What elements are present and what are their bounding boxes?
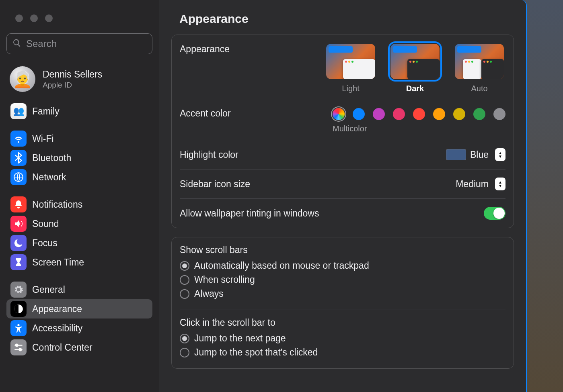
- highlight-label: Highlight color: [180, 149, 238, 160]
- tinting-toggle[interactable]: [484, 207, 505, 220]
- highlight-color-select[interactable]: Blue: [446, 148, 505, 161]
- accent-label: Accent color: [180, 108, 231, 119]
- accent-orange[interactable]: [433, 108, 445, 120]
- radio-label: Always: [194, 288, 224, 299]
- scrollbar-click-block: Click in the scroll bar to Jump to the n…: [180, 310, 505, 368]
- main-content: Appearance Appearance Light: [159, 0, 526, 392]
- window-controls: [6, 0, 152, 33]
- accent-pink[interactable]: [393, 108, 405, 120]
- sidebar: 🧑‍🦳 Dennis Sellers Apple ID 👥 Family Wi-…: [0, 0, 159, 392]
- sidebar-item-controlcenter[interactable]: Control Center: [6, 338, 152, 357]
- show-scrollbars-block: Show scroll bars Automatically based on …: [180, 237, 505, 310]
- accent-swatches: [333, 108, 505, 120]
- sidebar-item-label: Screen Time: [32, 257, 84, 268]
- accent-multicolor[interactable]: [333, 108, 345, 120]
- appearance-label: Appearance: [180, 44, 230, 55]
- page-title: Appearance: [171, 11, 514, 35]
- sidebar-item-family[interactable]: 👥 Family: [6, 102, 152, 121]
- svg-point-3: [16, 344, 18, 347]
- theme-thumb-light: [326, 44, 375, 79]
- search-input[interactable]: [25, 38, 147, 50]
- sidebar-item-label: Focus: [32, 238, 58, 249]
- highlight-value: Blue: [470, 149, 489, 160]
- search-field[interactable]: [6, 33, 152, 54]
- sidebar-item-accessibility[interactable]: Accessibility: [6, 318, 152, 338]
- accent-color-row: Accent color Multicolor: [180, 99, 505, 140]
- scrollbars-label: Show scroll bars: [180, 245, 505, 255]
- chevron-updown-icon: [495, 148, 505, 161]
- notifications-icon: [10, 196, 27, 212]
- theme-option-light[interactable]: Light: [325, 44, 377, 93]
- avatar: 🧑‍🦳: [10, 66, 35, 92]
- minimize-button[interactable]: [30, 14, 38, 22]
- theme-thumb-dark: [390, 44, 440, 79]
- theme-thumb-auto: [455, 44, 504, 79]
- zoom-button[interactable]: [45, 14, 53, 22]
- svg-point-4: [19, 349, 22, 351]
- radio-label: When scrolling: [194, 274, 255, 285]
- accent-yellow[interactable]: [453, 108, 465, 120]
- theme-options: Light Dark: [325, 44, 505, 93]
- appearance-panel: Appearance Light: [171, 35, 514, 228]
- account-subtitle: Apple ID: [43, 81, 102, 90]
- theme-caption: Dark: [406, 84, 424, 93]
- apple-id-account[interactable]: 🧑‍🦳 Dennis Sellers Apple ID: [6, 64, 152, 98]
- theme-caption: Auto: [471, 84, 487, 93]
- click-option-next[interactable]: Jump to the next page: [180, 331, 505, 345]
- scroll-option-auto[interactable]: Automatically based on mouse or trackpad: [180, 259, 505, 273]
- sidebar-item-label: Accessibility: [32, 323, 82, 334]
- radio-icon: [180, 275, 189, 285]
- sidebar-size-select[interactable]: Medium: [456, 178, 505, 190]
- general-icon: [10, 282, 27, 298]
- radio-icon: [180, 348, 189, 357]
- scroll-option-when[interactable]: When scrolling: [180, 273, 505, 287]
- family-icon: 👥: [10, 103, 27, 119]
- accessibility-icon: [10, 320, 27, 336]
- bluetooth-icon: [10, 150, 27, 166]
- screentime-icon: [10, 254, 27, 270]
- sidebar-item-sound[interactable]: Sound: [6, 214, 152, 233]
- sidebar-item-label: Wi-Fi: [32, 133, 54, 144]
- account-name: Dennis Sellers: [43, 69, 102, 80]
- scroll-option-always[interactable]: Always: [180, 287, 505, 301]
- sound-icon: [10, 216, 27, 232]
- theme-option-dark[interactable]: Dark: [389, 44, 441, 93]
- wallpaper-tinting-row: Allow wallpaper tinting in windows: [180, 199, 505, 228]
- sidebar-item-notifications[interactable]: Notifications: [6, 195, 152, 214]
- theme-caption: Light: [342, 84, 359, 93]
- sidebar-item-network[interactable]: Network: [6, 167, 152, 187]
- click-option-spot[interactable]: Jump to the spot that's clicked: [180, 345, 505, 359]
- sidebar-item-label: Bluetooth: [32, 153, 71, 163]
- sidebar-list: 👥 Family Wi-Fi Bluetooth: [6, 98, 152, 361]
- theme-option-auto[interactable]: Auto: [453, 44, 505, 93]
- chevron-updown-icon: [495, 178, 505, 190]
- tinting-label: Allow wallpaper tinting in windows: [180, 208, 319, 219]
- sidebar-item-bluetooth[interactable]: Bluetooth: [6, 148, 152, 167]
- sidebar-item-general[interactable]: General: [6, 280, 152, 299]
- controlcenter-icon: [10, 339, 27, 355]
- search-icon: [12, 39, 21, 49]
- accent-red[interactable]: [413, 108, 425, 120]
- sidebar-item-label: Sound: [32, 218, 59, 229]
- settings-window: 🧑‍🦳 Dennis Sellers Apple ID 👥 Family Wi-…: [0, 0, 527, 392]
- scrollbars-panel: Show scroll bars Automatically based on …: [171, 237, 514, 369]
- accent-blue[interactable]: [353, 108, 365, 120]
- sidebar-item-focus[interactable]: Focus: [6, 233, 152, 253]
- appearance-theme-row: Appearance Light: [180, 35, 505, 99]
- accent-purple[interactable]: [373, 108, 385, 120]
- close-button[interactable]: [15, 14, 23, 22]
- accent-green[interactable]: [473, 108, 485, 120]
- sidebar-item-appearance[interactable]: Appearance: [6, 299, 152, 318]
- svg-point-2: [17, 324, 19, 326]
- sidebar-size-label: Sidebar icon size: [180, 179, 250, 190]
- sidebar-size-value: Medium: [456, 179, 489, 190]
- radio-icon: [180, 289, 189, 299]
- radio-icon: [180, 334, 189, 343]
- network-icon: [10, 169, 27, 185]
- sidebar-item-wifi[interactable]: Wi-Fi: [6, 129, 152, 148]
- sidebar-item-label: General: [32, 284, 65, 295]
- click-label: Click in the scroll bar to: [180, 317, 505, 328]
- sidebar-item-label: Notifications: [32, 199, 82, 210]
- accent-graphite[interactable]: [493, 108, 505, 120]
- sidebar-item-screentime[interactable]: Screen Time: [6, 253, 152, 272]
